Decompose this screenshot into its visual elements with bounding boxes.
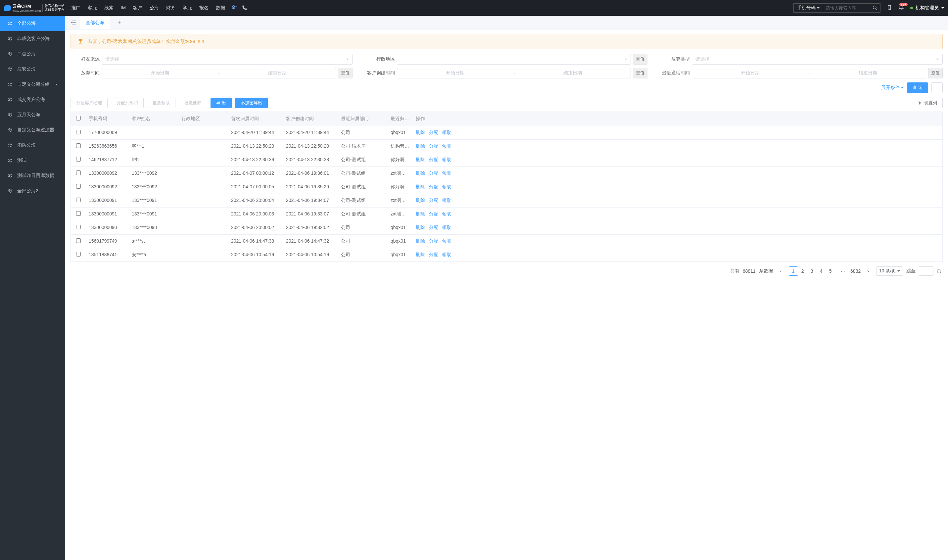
row-claim[interactable]: 领取	[442, 171, 451, 176]
row-assign[interactable]: 分配	[429, 198, 438, 203]
columns-button[interactable]: 设置列	[912, 98, 943, 108]
row-checkbox[interactable]	[76, 130, 81, 134]
row-assign[interactable]: 分配	[429, 211, 438, 217]
refresh-button[interactable]	[931, 82, 943, 93]
bell-icon[interactable]: 99+	[898, 5, 904, 12]
export-button[interactable]: 导 出	[211, 98, 232, 108]
row-delete[interactable]: 删除	[416, 198, 425, 203]
row-delete[interactable]: 删除	[416, 171, 425, 176]
row-claim[interactable]: 领取	[442, 198, 451, 203]
pager-prev[interactable]: ‹	[776, 266, 785, 276]
pager-last[interactable]: 6882	[851, 266, 860, 276]
batch-claim-button[interactable]: 批量领取	[147, 98, 175, 108]
pager-page-5[interactable]: 5	[826, 266, 835, 276]
row-assign[interactable]: 分配	[429, 157, 438, 163]
assign-manager-button[interactable]: 分配客户经理	[71, 98, 108, 108]
abandon-time-null-button[interactable]: 空值	[338, 68, 352, 78]
row-claim[interactable]: 领取	[442, 184, 451, 190]
row-checkbox[interactable]	[76, 238, 81, 243]
sidebar-item-6[interactable]: 五月天公海	[0, 107, 65, 123]
tab-add-button[interactable]: +	[113, 17, 126, 28]
filter-friend-source-select[interactable]: 请选择	[102, 54, 352, 65]
logo[interactable]: 云朵CRM www.yunduocrm.com 教育机构一站 式服务云平台	[4, 3, 65, 12]
sidebar-item-3[interactable]: 注安公海	[0, 62, 65, 77]
row-checkbox[interactable]	[76, 143, 81, 148]
user-menu[interactable]: 机构管理员	[910, 5, 944, 11]
nav-item-5[interactable]: 公海	[149, 5, 159, 11]
region-null-button[interactable]: 空值	[633, 54, 648, 65]
row-assign[interactable]: 分配	[429, 252, 438, 258]
sidebar-item-9[interactable]: 测试	[0, 153, 65, 168]
row-claim[interactable]: 领取	[442, 130, 451, 136]
sidebar-item-7[interactable]: 自定义公海过滤器	[0, 123, 65, 138]
nav-item-0[interactable]: 推广	[71, 5, 80, 11]
search-type-select[interactable]: 手机号码	[794, 4, 823, 12]
nav-item-9[interactable]: 数据	[216, 5, 225, 11]
create-time-null-button[interactable]: 空值	[633, 68, 648, 78]
row-checkbox[interactable]	[76, 157, 81, 162]
row-checkbox[interactable]	[76, 211, 81, 216]
row-assign[interactable]: 分配	[429, 171, 438, 176]
user-add-icon[interactable]	[231, 5, 237, 12]
row-assign[interactable]: 分配	[429, 130, 438, 136]
pager-page-1[interactable]: 1	[789, 266, 798, 276]
nav-item-7[interactable]: 学服	[183, 5, 192, 11]
nav-item-2[interactable]: 线索	[104, 5, 114, 11]
row-delete[interactable]: 删除	[416, 184, 425, 190]
page-size-select[interactable]: 10 条/页	[876, 266, 903, 276]
pager-next[interactable]: ›	[863, 266, 873, 276]
row-claim[interactable]: 领取	[442, 157, 451, 163]
nav-item-4[interactable]: 客户	[133, 5, 142, 11]
sidebar-item-0[interactable]: 全部公海	[0, 16, 65, 31]
row-claim[interactable]: 领取	[442, 143, 451, 149]
row-claim[interactable]: 领取	[442, 252, 451, 258]
row-delete[interactable]: 删除	[416, 225, 425, 231]
row-checkbox[interactable]	[76, 252, 81, 257]
row-assign[interactable]: 分配	[429, 238, 438, 244]
row-delete[interactable]: 删除	[416, 157, 425, 163]
nav-item-1[interactable]: 客服	[88, 5, 97, 11]
phone-icon[interactable]	[242, 5, 248, 12]
assign-dept-button[interactable]: 分配到部门	[111, 98, 144, 108]
filter-abandon-time-range[interactable]: 开始日期~ 结束日期	[102, 68, 336, 78]
row-claim[interactable]: 领取	[442, 211, 451, 217]
select-all-checkbox[interactable]	[76, 116, 81, 120]
pager-jump-input[interactable]	[919, 266, 933, 276]
tab-active[interactable]: 全部公海	[80, 17, 110, 29]
filter-create-time-range[interactable]: 开始日期~ 结束日期	[397, 68, 631, 78]
mobile-icon[interactable]	[886, 5, 893, 12]
row-delete[interactable]: 删除	[416, 211, 425, 217]
sidebar-item-1[interactable]: 非成交客户公海	[0, 31, 65, 46]
sidebar-item-4[interactable]: 自定义公海分组	[0, 77, 65, 92]
pager-page-4[interactable]: 4	[817, 266, 826, 276]
row-checkbox[interactable]	[76, 225, 81, 229]
row-assign[interactable]: 分配	[429, 184, 438, 190]
row-delete[interactable]: 删除	[416, 238, 425, 244]
pager-page-2[interactable]: 2	[798, 266, 807, 276]
filter-abandon-type-select[interactable]: 请选择	[692, 54, 943, 65]
query-button[interactable]: 查 询	[907, 82, 928, 93]
expand-filters-link[interactable]: 展开条件	[881, 85, 903, 91]
row-delete[interactable]: 删除	[416, 130, 425, 136]
row-checkbox[interactable]	[76, 171, 81, 175]
sidebar-item-10[interactable]: 测试昨日回库数据	[0, 168, 65, 183]
export-plain-button[interactable]: 不加密导出	[235, 98, 268, 108]
filter-region-select[interactable]	[397, 54, 631, 65]
pager-page-3[interactable]: 3	[807, 266, 817, 276]
row-checkbox[interactable]	[76, 198, 81, 202]
sidebar-item-11[interactable]: 全部公海2	[0, 183, 65, 198]
row-delete[interactable]: 删除	[416, 252, 425, 258]
row-claim[interactable]: 领取	[442, 225, 451, 231]
sidebar-item-2[interactable]: 二咨公海	[0, 46, 65, 62]
nav-item-3[interactable]: IM	[121, 5, 126, 11]
row-assign[interactable]: 分配	[429, 225, 438, 231]
row-assign[interactable]: 分配	[429, 143, 438, 149]
sidebar-toggle-icon[interactable]	[68, 20, 80, 26]
row-claim[interactable]: 领取	[442, 238, 451, 244]
nav-item-6[interactable]: 财务	[166, 5, 175, 11]
search-input[interactable]	[823, 4, 870, 12]
call-time-null-button[interactable]: 空值	[928, 68, 943, 78]
row-delete[interactable]: 删除	[416, 143, 425, 149]
nav-item-8[interactable]: 报名	[199, 5, 209, 11]
sidebar-item-8[interactable]: 消防公海	[0, 138, 65, 153]
